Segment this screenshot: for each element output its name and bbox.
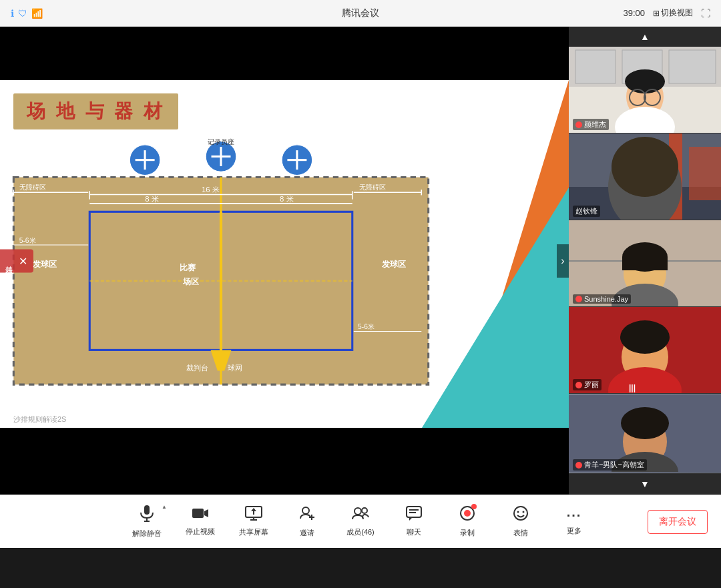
stop-video-label: 停止视频 (186, 527, 215, 537)
info-icon: ℹ (11, 8, 14, 19)
black-bar-top (0, 27, 569, 80)
microphone-icon (140, 505, 154, 526)
svg-text:场区: 场区 (182, 277, 199, 286)
main-content: 场 地 与 器 材 (0, 27, 721, 561)
status-icons: ℹ 🛡 📶 (11, 8, 43, 19)
participant-video-2: 赵钦锋 (569, 133, 721, 220)
svg-marker-86 (204, 509, 208, 517)
svg-point-80 (621, 407, 669, 439)
chat-icon (406, 506, 422, 525)
mic-status-icon-5 (575, 462, 582, 469)
invite-icon (299, 505, 315, 525)
unmute-button[interactable]: ▲ 解除静音 (120, 499, 174, 545)
expand-sidebar-button[interactable]: › (557, 244, 569, 278)
members-button[interactable]: 成员(46) (334, 499, 387, 545)
more-label: 更多 (567, 526, 581, 536)
share-screen-icon (245, 506, 262, 525)
participant-name-5: 青羊~男队~高朝室 (573, 459, 647, 471)
svg-text:16 米: 16 米 (202, 186, 220, 194)
svg-text:发球区: 发球区 (381, 260, 406, 269)
svg-text:球网: 球网 (228, 364, 242, 372)
svg-rect-69 (622, 257, 668, 270)
svg-point-96 (362, 508, 367, 513)
scroll-up-button[interactable]: ▲ (569, 27, 721, 47)
svg-text:裁判台: 裁判台 (186, 364, 208, 372)
camera-icon (192, 507, 209, 524)
invite-label: 邀请 (300, 528, 314, 538)
participant-name-4: 罗丽 (573, 379, 602, 390)
mic-status-icon-4 (575, 382, 582, 388)
mic-status-icon-3 (575, 296, 582, 302)
invite-button[interactable]: 邀请 (280, 499, 334, 545)
emoji-label: 表情 (513, 528, 528, 538)
participant-name-1: 颜维杰 (573, 119, 609, 130)
chat-button[interactable]: 聊天 (387, 499, 441, 545)
shield-icon: 🛡 (18, 8, 27, 19)
svg-rect-85 (192, 509, 204, 518)
svg-rect-61 (689, 147, 721, 200)
court-diagram: 16 米 8 米 8 米 无障碍区 (7, 127, 435, 421)
grid-icon: ⊞ (653, 9, 660, 18)
svg-rect-50 (669, 50, 716, 83)
participant-video-5: 青羊~男队~高朝室 (569, 394, 721, 474)
participant-name-3: Sunshine.Jay (573, 294, 631, 304)
right-controls: 39:00 ⊞切换视图 ⛶ (623, 7, 710, 19)
more-button[interactable]: ··· 更多 (547, 499, 601, 545)
black-bar-bottom (0, 428, 569, 495)
record-button[interactable]: 录制 (441, 499, 494, 545)
members-icon (351, 506, 370, 525)
svg-point-74 (620, 320, 670, 354)
stop-icon: ✕ (17, 254, 29, 267)
bottom-toolbar: ▲ 解除静音 停止视频 共享屏幕 (0, 495, 721, 548)
svg-rect-82 (144, 505, 150, 515)
record-icon (459, 505, 475, 525)
emoji-icon (513, 505, 529, 525)
participants-sidebar: ▲ (569, 27, 721, 495)
svg-text:5-6米: 5-6米 (19, 237, 36, 244)
recording-active-dot (471, 504, 477, 509)
chevron-down-icon: ▼ (640, 479, 650, 489)
stop-video-button[interactable]: 停止视频 (174, 499, 227, 545)
switch-view-button[interactable]: ⊞切换视图 (653, 7, 693, 19)
share-screen-label: 共享屏幕 (239, 527, 268, 537)
chevron-up-icon: ▲ (640, 31, 650, 42)
participant-video-1: 颜维杰 (569, 47, 721, 133)
share-screen-button[interactable]: 共享屏幕 (227, 499, 280, 545)
svg-text:无障碍区: 无障碍区 (138, 389, 165, 396)
title-bar: ℹ 🛡 📶 腾讯会议 39:00 ⊞切换视图 ⛶ (0, 0, 721, 27)
slide-title: 场 地 与 器 材 (27, 101, 165, 121)
stop-annotation-button[interactable]: ✕ 禁止标记 (0, 249, 33, 272)
main-screen: 场 地 与 器 材 (0, 27, 569, 495)
members-label: 成员(46) (346, 527, 375, 537)
leave-meeting-button[interactable]: 离开会议 (648, 510, 708, 534)
svg-text:5-6米: 5-6米 (202, 396, 219, 403)
svg-point-103 (514, 507, 527, 520)
unmute-label: 解除静音 (132, 529, 162, 539)
scroll-down-button[interactable]: ▼ (569, 474, 721, 494)
svg-point-63 (612, 137, 678, 197)
participant-video-3: Sunshine.Jay (569, 220, 721, 307)
svg-point-104 (517, 511, 519, 513)
app-title: 腾讯会议 (342, 7, 379, 19)
record-label: 录制 (460, 528, 475, 538)
slide-content: 场 地 与 器 材 (0, 80, 569, 428)
svg-text:5-6米: 5-6米 (358, 323, 375, 330)
participant-video-4: ||| 罗丽 (569, 307, 721, 394)
stop-label: 禁止标记 (4, 260, 14, 265)
svg-text:记录员座: 记录员座 (208, 138, 234, 145)
fullscreen-icon[interactable]: ⛶ (701, 8, 710, 19)
more-icon: ··· (567, 508, 582, 523)
svg-rect-48 (575, 50, 616, 83)
svg-point-52 (625, 69, 665, 93)
svg-point-95 (354, 508, 361, 515)
timer-display: 39:00 (623, 8, 645, 18)
content-area: 场 地 与 器 材 (0, 27, 721, 495)
emoji-button[interactable]: 表情 (494, 499, 547, 545)
participant-name-2: 赵钦锋 (573, 206, 600, 217)
slide-title-box: 场 地 与 器 材 (13, 93, 178, 129)
svg-text:无障碍区: 无障碍区 (359, 184, 386, 191)
svg-marker-91 (251, 508, 256, 511)
mic-status-icon-1 (575, 121, 582, 128)
svg-point-105 (523, 511, 525, 513)
svg-text:8 米: 8 米 (145, 195, 158, 203)
